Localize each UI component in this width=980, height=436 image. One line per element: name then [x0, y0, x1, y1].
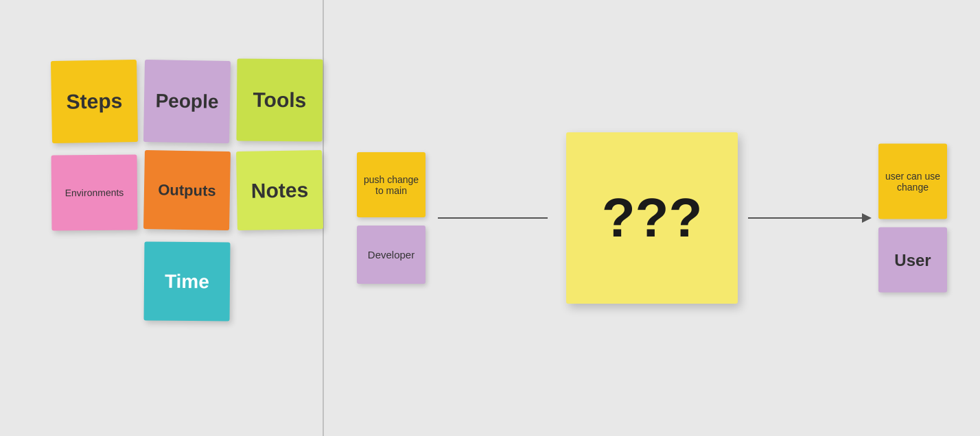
sticky-user[interactable]: User: [878, 228, 947, 293]
sticky-environments[interactable]: Environments: [51, 154, 138, 230]
arrowhead-icon: [862, 213, 872, 223]
sticky-push-change[interactable]: push change to main: [357, 152, 425, 217]
flow-right-column: user can use change User: [878, 144, 947, 293]
sticky-user-can-use-change[interactable]: user can use change: [878, 144, 947, 219]
sticky-time[interactable]: Time: [144, 241, 231, 321]
flow-container: push change to main Developer ??? user c…: [357, 64, 947, 372]
flow-left-column: push change to main Developer: [357, 152, 425, 284]
right-arrow: [748, 213, 872, 223]
sticky-steps[interactable]: Steps: [51, 60, 138, 143]
left-arrow: [438, 217, 548, 219]
sticky-notes[interactable]: Notes: [236, 150, 323, 230]
sticky-outputs[interactable]: Outputs: [143, 150, 231, 230]
left-panel: Steps People Tools Environments Outputs …: [0, 0, 323, 436]
sticky-people[interactable]: People: [143, 60, 231, 143]
arrow-line-left: [438, 217, 548, 219]
sticky-tools[interactable]: Tools: [236, 58, 323, 141]
arrow-line-right: [748, 217, 862, 219]
right-panel: push change to main Developer ??? user c…: [324, 0, 980, 436]
sticky-question-mark[interactable]: ???: [566, 132, 738, 304]
sticky-developer[interactable]: Developer: [357, 226, 425, 284]
sticky-grid: Steps People Tools Environments Outputs …: [31, 40, 292, 396]
